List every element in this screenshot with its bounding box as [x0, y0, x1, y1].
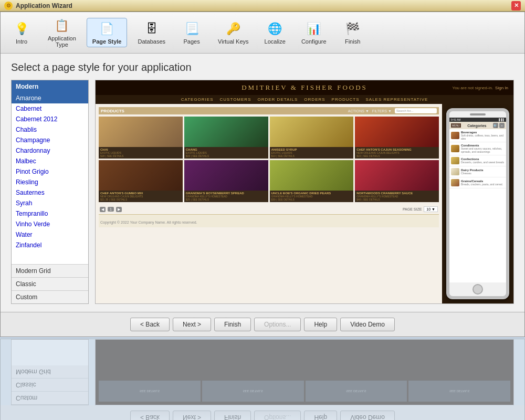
- preview-next-btn[interactable]: ▶: [116, 207, 122, 212]
- toolbar-item-configure[interactable]: 📊Configure: [296, 18, 332, 47]
- app-icon: ⚙: [4, 2, 13, 10]
- preview-product-gumbo-img: [99, 160, 183, 191]
- mobile-grains-text: Grains/Cereals Breads, crackers, pasta, …: [461, 180, 505, 186]
- reflection-video-button: Video Demo: [340, 411, 395, 420]
- intro-label: Intro: [16, 38, 27, 45]
- sidebar-item-sauternes[interactable]: Sauternes: [12, 187, 88, 198]
- sidebar-item-syrah[interactable]: Syrah: [12, 198, 88, 208]
- finish-icon: 🏁: [344, 20, 361, 37]
- sidebar-item-riesling[interactable]: Riesling: [12, 177, 88, 187]
- sidebar-item-cabernet[interactable]: Cabernet: [12, 103, 88, 114]
- reflection-help-label: Help: [314, 414, 327, 420]
- sidebar-item-malbec[interactable]: Malbec: [12, 156, 88, 166]
- toolbar-item-intro[interactable]: 💡Intro: [6, 18, 37, 47]
- sidebar-item-chablis[interactable]: Chablis: [12, 124, 88, 135]
- toolbar: 💡Intro📋ApplicationType📄Page Style🗄Databa…: [1, 12, 524, 54]
- preview-product-cranberry-img: [355, 160, 439, 191]
- mobile-list-item-grains[interactable]: Grains/Cereals Breads, crackers, pasta, …: [449, 177, 506, 188]
- reflection-next-button: Next >: [173, 411, 211, 420]
- mobile-list-item-confections[interactable]: Confections Desserts, candies, and sweet…: [449, 155, 506, 166]
- video-demo-label: Video Demo: [350, 321, 385, 328]
- preview-product-cranberry: NORTHWOODS CRANBERRY SAUCE GRANDMA KELLY…: [355, 160, 439, 202]
- application-type-icon: 📋: [54, 17, 70, 34]
- toolbar-item-pages[interactable]: 📃Pages: [176, 18, 207, 47]
- sidebar-item-cabernet-2012[interactable]: Cabernet 2012: [12, 114, 88, 124]
- mobile-list-item-dairy[interactable]: Dairy Products Cheeses: [449, 166, 506, 177]
- next-label: Next >: [183, 321, 201, 328]
- mobile-condiments-desc: Sweet and savory sauces, relishes, sprea…: [461, 147, 505, 153]
- mobile-search-btn[interactable]: 🔍: [493, 123, 498, 128]
- mobile-confections-text: Confections Desserts, candies, and sweet…: [461, 158, 505, 164]
- toolbar-item-page-style[interactable]: 📄Page Style: [87, 18, 128, 47]
- sidebar-item-vinho-verde[interactable]: Vinho Verde: [12, 219, 88, 229]
- mobile-condiments-img: [451, 145, 459, 152]
- application-type-label: ApplicationType: [48, 35, 76, 48]
- finish-label: Finish: [345, 38, 360, 45]
- reflection-options-button: Options...: [254, 411, 301, 420]
- close-button[interactable]: ✕: [511, 1, 521, 10]
- next-button[interactable]: Next >: [173, 318, 211, 331]
- sidebar-item-zinfandel[interactable]: Zinfandel: [12, 240, 88, 250]
- reflection-modern-grid: Modern Grid: [12, 365, 88, 379]
- reflection-help-button: Help: [304, 411, 337, 420]
- mobile-home-btn[interactable]: [472, 284, 483, 295]
- preview-product-cranberry-info: NORTHWOODS CRANBERRY SAUCE GRANDMA KELLY…: [355, 191, 439, 202]
- mobile-icons: 🔍 +: [493, 123, 505, 128]
- sidebar-item-champagne[interactable]: Champagne: [12, 135, 88, 145]
- mobile-add-btn[interactable]: +: [499, 123, 505, 128]
- sidebar-item-pinot-grigio[interactable]: Pinot Grigio: [12, 166, 88, 177]
- preview-signin-link[interactable]: Sign In: [495, 86, 508, 90]
- preview-nav-sales[interactable]: SALES REPRESENTATIVE: [365, 97, 428, 102]
- preview-product-aniseed: ANISEED SYRUP EXOTIC LIQUIDS $10 | SEE D…: [270, 117, 354, 159]
- sidebar-item-chardonnay[interactable]: Chardonnay: [12, 145, 88, 156]
- toolbar-item-localize[interactable]: 🌐Localize: [259, 18, 291, 47]
- sidebar-section-modern[interactable]: Modern: [12, 80, 88, 93]
- mobile-list-item-condiments[interactable]: Condiments Sweet and savory sauces, reli…: [449, 142, 506, 155]
- preview-nav-products[interactable]: PRODUCTS: [332, 97, 360, 102]
- preview-nav-order-details[interactable]: ORDER DETAILS: [257, 97, 298, 102]
- preview-product-aniseed-img: [270, 117, 354, 147]
- toolbar-item-databases[interactable]: 🗄Databases: [132, 18, 171, 47]
- reflection-grid-item2: SEE DETAILS: [202, 381, 304, 402]
- toolbar-item-application-type[interactable]: 📋ApplicationType: [43, 15, 81, 50]
- toolbar-item-virtual-keys[interactable]: 🔑Virtual Keys: [213, 18, 254, 47]
- help-button[interactable]: Help: [304, 318, 337, 331]
- sidebar-item-tempranillo[interactable]: Tempranillo: [12, 208, 88, 219]
- databases-icon: 🗄: [143, 20, 160, 37]
- reflection-grid-item3: SEE DETAILS: [306, 381, 407, 402]
- preview-pagesize-value[interactable]: 10 ▼: [424, 206, 438, 212]
- preview-prev-btn[interactable]: ◀: [100, 207, 106, 212]
- main-window: 💡Intro📋ApplicationType📄Page Style🗄Databa…: [0, 12, 525, 337]
- sidebar-item-water[interactable]: Water: [12, 229, 88, 240]
- preview-search-placeholder[interactable]: Search for...: [396, 109, 413, 112]
- page-title: Select a page style for your application: [11, 61, 514, 74]
- preview-product-boysen-img: [184, 160, 268, 191]
- reflection-next-label: Next >: [183, 414, 201, 420]
- mobile-list-item-beverages[interactable]: Beverages Soft drinks, coffees, teas, be…: [449, 129, 506, 142]
- preview-nav-orders[interactable]: ORDERS: [304, 97, 325, 102]
- sidebar-section-classic[interactable]: Classic: [12, 277, 88, 290]
- toolbar-item-finish[interactable]: 🏁Finish: [337, 18, 369, 47]
- back-button[interactable]: < Back: [130, 318, 170, 331]
- sidebar-section-custom[interactable]: Custom: [12, 290, 88, 303]
- preview-product-chai-info: CHAI EXOTIC LIQUIDS $18 | SEE DETAILS: [99, 147, 183, 159]
- finish-button[interactable]: Finish: [214, 318, 251, 331]
- preview-product-pears-detail: $30 | SEE DETAILS: [271, 198, 352, 201]
- preview-nav-customers[interactable]: CUSTOMERS: [220, 97, 251, 102]
- preview-area: DMITRIEV & FISHER FOODS You are not sign…: [95, 80, 514, 304]
- preview-nav-categories[interactable]: CATEGORIES: [181, 97, 214, 102]
- back-label: < Back: [140, 321, 160, 328]
- mobile-beverages-img: [451, 132, 459, 139]
- sidebar-section-modern-grid[interactable]: Modern Grid: [12, 264, 88, 277]
- preview-copyright-text: Copyright © 2022 Your Company Name. All …: [100, 220, 197, 224]
- video-demo-button[interactable]: Video Demo: [340, 318, 395, 331]
- preview-product-chang: CHANG EXOTIC LIQUIDS $19 | SEE DETAILS: [184, 117, 268, 159]
- preview-product-boysen-info: GRANDMA'S BOYSENBERRY SPREAD GRANDMA KEL…: [184, 191, 268, 202]
- preview-pagesize-label: PAGE SIZE: [403, 207, 422, 211]
- reflection-sidebar: Custom Classic Modern Grid: [11, 339, 89, 405]
- options-button[interactable]: Options...: [254, 318, 301, 331]
- mobile-confections-img: [451, 157, 459, 164]
- sidebar-item-amarone[interactable]: Amarone: [12, 93, 88, 103]
- mobile-menu-btn[interactable]: MENU: [451, 123, 461, 128]
- reflection-bottom-buttons: < Back Next > Finish Options... Help Vid…: [1, 405, 524, 420]
